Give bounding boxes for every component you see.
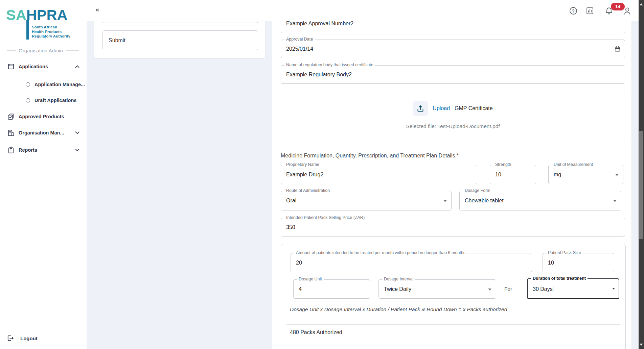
dosage-interval-select[interactable]: Dosage Interval Twice Daily: [378, 279, 496, 299]
logo-tagline: South African Health Products Regulatory…: [32, 25, 70, 39]
upload-link[interactable]: Upload: [433, 105, 450, 111]
logo-stem: [26, 20, 29, 40]
duration-label: Duration of total treatment: [531, 276, 588, 281]
logo-wordmark: SAHPRA: [6, 8, 80, 22]
upload-title: GMP Certificate: [455, 105, 493, 111]
dosage-form-select[interactable]: Dosage Form Chewable tablet: [459, 191, 621, 210]
approval-date-field[interactable]: Approval Date 2025/01/14: [281, 40, 625, 58]
packs-authorized-text: 480 Packs Authorized: [290, 329, 342, 335]
svg-text:?: ?: [572, 8, 575, 14]
sidebar-item-label: Organisation Man...: [19, 130, 64, 135]
divider: [286, 324, 620, 325]
help-icon: ?: [569, 6, 578, 15]
vertical-scrollbar[interactable]: [639, 0, 644, 349]
divider: [66, 50, 79, 51]
sidebar-item-application-management[interactable]: Application Manage...: [0, 78, 86, 91]
calendar-icon[interactable]: [614, 46, 621, 52]
right-gutter: [632, 21, 639, 349]
top-bar: « ? 14: [86, 0, 639, 21]
logo-sa: SA: [6, 7, 26, 23]
sidebar-item-draft-applications[interactable]: Draft Applications: [0, 94, 86, 107]
scrollbar-up-arrow[interactable]: [640, 2, 643, 5]
gmp-certificate-form: Example Approval Number2 Approval Date 2…: [272, 21, 632, 349]
scrollbar-down-arrow[interactable]: [640, 344, 643, 347]
route-of-administration-value: Oral: [286, 198, 296, 204]
selling-price-field[interactable]: Intended Patient Pack Selling Price (ZAR…: [281, 218, 625, 236]
patient-pack-size-value: 10: [548, 260, 554, 266]
divider: [7, 50, 16, 51]
sidebar-item-label: Applications: [19, 64, 48, 69]
unit-of-measurement-select[interactable]: Unit of Measurement mg: [548, 165, 623, 184]
sidebar-item-reports[interactable]: Reports: [0, 143, 86, 157]
logout-label: Logout: [20, 335, 38, 341]
patients-amount-field[interactable]: Amount of patients intended to be treate…: [291, 253, 532, 272]
dosage-unit-label: Dosage Unit: [297, 277, 324, 281]
scrollbar-thumb[interactable]: [639, 131, 643, 239]
chevron-up-icon: [75, 65, 79, 70]
sidebar-item-applications[interactable]: Applications: [0, 60, 86, 73]
chevron-down-icon: [443, 200, 447, 204]
selected-file-text: Selected file: Test-Upload-Document.pdf: [281, 123, 625, 129]
chevron-down-icon: [75, 130, 79, 134]
approval-date-value: 2025/01/14: [286, 46, 313, 52]
app-root: SAHPRA South African Health Products Reg…: [0, 0, 644, 349]
approved-products-icon: [7, 113, 15, 120]
selling-price-label: Intended Patient Pack Selling Price (ZAR…: [284, 215, 366, 220]
regulatory-body-value: Example Regulatory Body2: [286, 72, 352, 78]
regulatory-body-label: Name of regulatory body that issued cert…: [284, 63, 375, 67]
packs-formula-text: Dosage Unit x Dosage Interval x Duration…: [290, 306, 507, 313]
proprietary-name-label: Proprietary Name: [284, 162, 321, 167]
proprietary-name-field[interactable]: Proprietary Name Example Drug2: [281, 165, 477, 184]
dosage-unit-field[interactable]: Dosage Unit 4: [293, 279, 370, 299]
route-of-administration-label: Route of Administration: [284, 188, 331, 193]
notification-count-badge: 14: [611, 3, 625, 10]
radio-icon: [26, 82, 30, 87]
duration-field[interactable]: Duration of total treatment 30 Days: [527, 278, 619, 299]
stats-button[interactable]: [585, 6, 595, 16]
help-button[interactable]: ?: [569, 6, 578, 16]
reports-icon: [7, 147, 15, 154]
left-panel: Submit: [87, 21, 272, 349]
selling-price-value: 350: [286, 224, 295, 230]
upload-dropzone[interactable]: Upload GMP Certificate Selected file: Te…: [281, 92, 625, 143]
sidebar: SAHPRA South African Health Products Reg…: [0, 0, 86, 349]
bar-chart-icon: [585, 6, 595, 15]
logout-icon: [7, 335, 14, 342]
collapse-sidebar-button[interactable]: «: [95, 5, 99, 14]
approval-date-label: Approval Date: [284, 37, 315, 42]
sidebar-item-approved-products[interactable]: Approved Products: [0, 110, 86, 123]
approval-number-value: Example Approval Number2: [286, 21, 353, 27]
dosage-form-label: Dosage Form: [463, 188, 492, 193]
upload-icon: [413, 101, 428, 116]
chevron-down-icon: [613, 200, 617, 204]
regulatory-body-field[interactable]: Name of regulatory body that issued cert…: [281, 65, 625, 84]
unit-of-measurement-value: mg: [554, 172, 561, 178]
sidebar-item-label: Approved Products: [19, 114, 64, 119]
unit-of-measurement-label: Unit of Measurement: [552, 162, 595, 167]
chevron-down-icon: [488, 289, 491, 292]
logout-button[interactable]: Logout: [0, 331, 86, 345]
logo-hpra: HPRA: [26, 7, 68, 23]
treatment-plan-group: Amount of patients intended to be treate…: [281, 244, 626, 349]
dosage-interval-value: Twice Daily: [384, 286, 411, 292]
sidebar-item-label: Reports: [19, 147, 37, 153]
sidebar-item-label: Draft Applications: [34, 98, 76, 103]
patients-amount-value: 20: [296, 260, 302, 266]
patient-pack-size-field[interactable]: Patient Pack Size 10: [543, 253, 614, 272]
route-of-administration-select[interactable]: Route of Administration Oral: [281, 191, 452, 210]
dosage-unit-value: 4: [299, 286, 302, 292]
patients-amount-label: Amount of patients intended to be treate…: [294, 250, 467, 255]
applications-icon: [7, 63, 15, 70]
submit-button[interactable]: Submit: [102, 30, 258, 50]
strength-label: Strength: [493, 162, 513, 167]
sidebar-item-organisation-management[interactable]: Organisation Man...: [0, 126, 86, 140]
for-label: For: [504, 286, 512, 292]
strength-field[interactable]: Strength 10: [490, 165, 536, 184]
chevron-down-icon: [612, 288, 615, 291]
sahpra-logo: SAHPRA South African Health Products Reg…: [6, 8, 80, 42]
duration-value: 30 Days: [533, 285, 553, 292]
section-heading: Medicine Formulation, Quantity, Prescrip…: [281, 153, 459, 159]
text-cursor: [553, 285, 554, 292]
radio-icon: [26, 98, 30, 103]
chevron-down-icon: [615, 174, 619, 178]
